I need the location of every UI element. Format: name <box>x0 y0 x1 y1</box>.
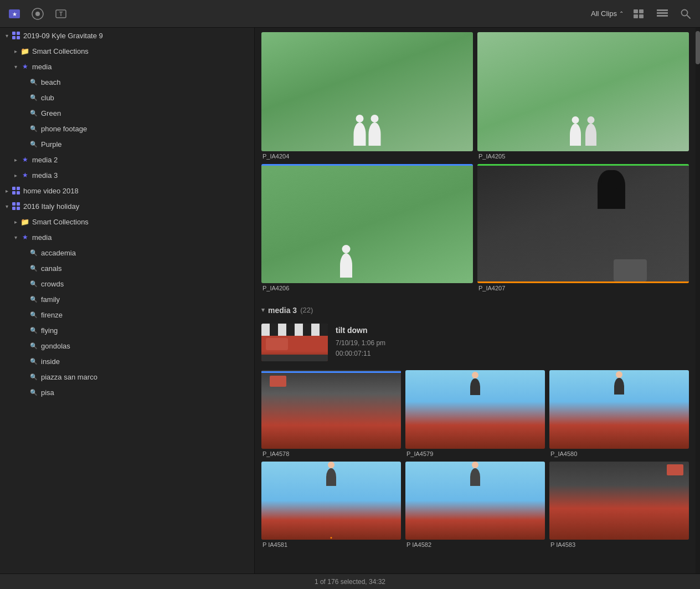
sidebar-item-media-kyle[interactable]: ★ media <box>0 59 254 74</box>
section-chevron: ▾ <box>261 306 265 314</box>
star-icon-media3: ★ <box>20 170 30 180</box>
smart-icon-phone: 🔍 <box>29 124 39 134</box>
sidebar-item-flying[interactable]: 🔍 flying <box>0 322 254 338</box>
gondolas-label: gondolas <box>41 342 250 350</box>
phone-footage-label: phone footage <box>41 125 250 133</box>
media2-label: media 2 <box>32 156 250 164</box>
text-style-icon[interactable]: T <box>53 6 69 22</box>
clip-ia4583[interactable]: P IA4583 <box>547 459 691 551</box>
smart-italy-label: Smart Collections <box>32 218 250 226</box>
right-scrollbar[interactable] <box>696 28 700 573</box>
sidebar-item-lib-home[interactable]: home video 2018 <box>0 183 254 198</box>
smart-icon-family: 🔍 <box>29 294 39 304</box>
sidebar-item-beach[interactable]: 🔍 beach <box>0 74 254 90</box>
sidebar-item-media2[interactable]: ★ media 2 <box>0 152 254 167</box>
smart-icon-accademia: 🔍 <box>29 248 39 258</box>
sidebar-item-purple[interactable]: 🔍 Purple <box>0 136 254 152</box>
smart-icon-inside: 🔍 <box>29 356 39 366</box>
media3-label: media 3 <box>32 171 250 180</box>
clip-thumb-ia4206 <box>261 164 473 283</box>
flying-label: flying <box>41 326 250 335</box>
sidebar: 2019-09 Kyle Gravitate 9 📁 Smart Collect… <box>0 28 255 573</box>
sidebar-item-lib-italy[interactable]: 2016 Italy holiday <box>0 198 254 214</box>
smart-icon-piazza: 🔍 <box>29 372 39 382</box>
clip-ia4204[interactable]: P_IA4204 <box>259 30 475 162</box>
toggle-lib-italy[interactable] <box>2 202 11 211</box>
clip-ia4581[interactable]: P IA4581 <box>259 459 403 551</box>
media3-section-header: ▾ media 3 (22) <box>255 300 696 319</box>
empty-toggle <box>20 124 29 133</box>
sidebar-item-pisa[interactable]: 🔍 pisa <box>0 385 254 400</box>
piazza-label: piazza san marco <box>41 373 250 381</box>
music-icon[interactable] <box>30 6 45 22</box>
featured-date: 7/10/19, 1:06 pm 00:00:07:11 <box>336 338 689 359</box>
smart-icon-flying: 🔍 <box>29 325 39 335</box>
lib-kyle-label: 2019-09 Kyle Gravitate 9 <box>23 32 250 40</box>
sidebar-item-family[interactable]: 🔍 family <box>0 291 254 307</box>
sidebar-item-canals[interactable]: 🔍 canals <box>0 260 254 276</box>
smart-icon-crowds: 🔍 <box>29 279 39 289</box>
clip-ia4205[interactable]: P_IA4205 <box>475 30 691 162</box>
folder-icon: 📁 <box>20 46 30 56</box>
inside-label: inside <box>41 357 250 366</box>
sidebar-item-phone-footage[interactable]: 🔍 phone footage <box>0 121 254 136</box>
family-label: family <box>41 295 250 304</box>
empty-toggle <box>20 93 29 102</box>
sidebar-item-smart-collections-1[interactable]: 📁 Smart Collections <box>0 43 254 59</box>
crowds-label: crowds <box>41 280 250 288</box>
library-icon <box>11 30 21 40</box>
smart-icon-beach: 🔍 <box>29 77 39 87</box>
toggle-media3[interactable] <box>11 171 20 180</box>
sidebar-item-media3[interactable]: ★ media 3 <box>0 167 254 183</box>
star-icon: ★ <box>20 62 30 71</box>
sidebar-item-media-italy[interactable]: ★ media <box>0 229 254 245</box>
sidebar-item-accademia[interactable]: 🔍 accademia <box>0 245 254 260</box>
clip-thumb-ia4583 <box>549 462 689 540</box>
svg-text:T: T <box>59 11 63 17</box>
grid-view-icon[interactable] <box>655 6 670 22</box>
toggle-media-italy[interactable] <box>11 233 20 242</box>
toggle-lib-kyle[interactable] <box>2 31 11 40</box>
smart-icon-green: 🔍 <box>29 108 39 118</box>
clip-label-ia4579: P_IA4579 <box>405 449 545 457</box>
clip-ia4580[interactable]: P_IA4580 <box>547 368 691 459</box>
clip-ia4582[interactable]: P IA4582 <box>403 459 547 551</box>
sidebar-item-inside[interactable]: 🔍 inside <box>0 354 254 369</box>
clip-thumb-ia4207 <box>477 164 689 283</box>
sidebar-item-gondolas[interactable]: 🔍 gondolas <box>0 338 254 354</box>
toggle-lib-home[interactable] <box>2 186 11 195</box>
sidebar-item-firenze[interactable]: 🔍 firenze <box>0 307 254 322</box>
list-view-icon[interactable] <box>631 6 647 22</box>
toggle-smart-italy[interactable] <box>11 217 20 226</box>
clapper-star-icon[interactable]: ★ <box>7 6 22 22</box>
firenze-label: firenze <box>41 311 250 319</box>
status-text: 1 of 176 selected, 34:32 <box>315 578 385 586</box>
media3-featured-item[interactable]: tilt down 7/10/19, 1:06 pm 00:00:07:11 <box>255 319 696 366</box>
smart-icon-purple: 🔍 <box>29 139 39 149</box>
toggle-media2[interactable] <box>11 155 20 164</box>
featured-info: tilt down 7/10/19, 1:06 pm 00:00:07:11 <box>336 324 689 359</box>
sidebar-item-smart-italy[interactable]: 📁 Smart Collections <box>0 214 254 229</box>
sidebar-item-piazza[interactable]: 🔍 piazza san marco <box>0 369 254 385</box>
sidebar-item-green[interactable]: 🔍 Green <box>0 105 254 121</box>
clip-ia4578[interactable]: P_IA4578 <box>259 368 403 459</box>
toolbar: ★ T All Clips ⌃ <box>0 0 700 28</box>
search-icon[interactable] <box>678 6 693 22</box>
clip-ia4206[interactable]: P_IA4206 <box>259 162 475 294</box>
sidebar-item-club[interactable]: 🔍 club <box>0 90 254 105</box>
toggle-media-kyle[interactable] <box>11 62 20 71</box>
all-clips-label: All Clips <box>591 9 617 18</box>
smart-icon-club: 🔍 <box>29 93 39 103</box>
toggle-smart-1[interactable] <box>11 47 20 55</box>
clip-thumb-ia4578 <box>261 370 401 449</box>
sidebar-item-crowds[interactable]: 🔍 crowds <box>0 276 254 291</box>
accademia-label: accademia <box>41 249 250 257</box>
sidebar-item-lib-kyle[interactable]: 2019-09 Kyle Gravitate 9 <box>0 28 254 43</box>
clip-thumb-ia4580 <box>549 370 689 449</box>
clip-ia4207[interactable]: P_IA4207 <box>475 162 691 294</box>
all-clips-button[interactable]: All Clips ⌃ <box>591 9 624 18</box>
clip-ia4579[interactable]: P_IA4579 <box>403 368 547 459</box>
svg-rect-12 <box>657 15 668 17</box>
smart-icon-pisa: 🔍 <box>29 387 39 397</box>
svg-rect-8 <box>634 14 638 18</box>
